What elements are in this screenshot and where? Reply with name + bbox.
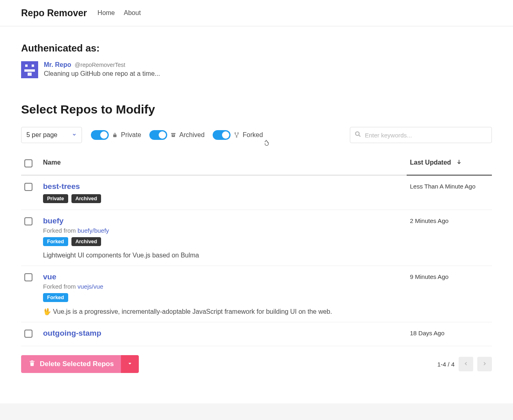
filter-label: Private: [121, 131, 141, 139]
forked-from: Forked from vuejs/vue: [43, 283, 403, 290]
col-name[interactable]: Name: [40, 152, 407, 175]
filter-forked[interactable]: Forked: [213, 130, 263, 140]
repo-tag: Forked: [43, 237, 68, 246]
trash-icon: [28, 360, 36, 369]
perpage-label: 5 per page: [26, 131, 58, 139]
table-row: vueForked from vuejs/vueForked🖖 Vue.js i…: [21, 266, 492, 322]
select-all-checkbox[interactable]: [24, 159, 32, 167]
filters: Private Archived Forked: [91, 130, 271, 140]
repo-link[interactable]: buefy: [43, 216, 64, 225]
delete-button[interactable]: Delete Selected Repos: [21, 355, 121, 373]
caret-down-icon: [127, 361, 132, 367]
repo-tag: Archived: [71, 237, 101, 246]
repo-link[interactable]: vue: [43, 272, 56, 281]
page-next-button[interactable]: [477, 357, 492, 371]
footer-row: Delete Selected Repos 1-4 / 4: [21, 355, 492, 373]
page-info: 1-4 / 4: [437, 361, 455, 368]
repo-link[interactable]: outgoing-stamp: [43, 329, 101, 337]
controls-row: 5 per page Private Archived: [21, 127, 492, 143]
row-checkbox[interactable]: [24, 183, 32, 191]
filter-label: Forked: [243, 131, 263, 139]
svg-line-4: [359, 135, 360, 137]
avatar[interactable]: [21, 61, 38, 78]
fork-source-link[interactable]: buefy/buefy: [78, 227, 109, 234]
fork-source-link[interactable]: vuejs/vue: [78, 283, 103, 290]
search-icon: [354, 131, 362, 139]
table-row: outgoing-stamp18 Days Ago: [21, 322, 492, 346]
nav-home[interactable]: Home: [97, 9, 115, 17]
nav-about[interactable]: About: [124, 9, 141, 17]
delete-label: Delete Selected Repos: [40, 360, 114, 368]
user-bio: Cleaning up GitHub one repo at a time...: [44, 70, 160, 77]
repo-tag: Archived: [71, 194, 101, 203]
table-row: best-treesPrivateArchivedLess Than A Min…: [21, 175, 492, 210]
svg-point-0: [235, 133, 235, 133]
section-title: Select Repos to Modify: [21, 103, 492, 116]
page: Authenicated as: Mr. Repo @repoRemoverTe…: [0, 26, 513, 403]
toggle-forked[interactable]: [213, 130, 231, 140]
pagination: 1-4 / 4: [437, 357, 492, 371]
page-prev-button[interactable]: [459, 357, 473, 371]
updated-cell: Less Than A Minute Ago: [407, 175, 492, 210]
row-checkbox[interactable]: [24, 330, 32, 338]
repos-table: Name Last Updated best-treesPrivateArchi…: [21, 152, 492, 346]
repo-tag: Private: [43, 194, 68, 203]
delete-caret-button[interactable]: [121, 355, 139, 373]
search-box[interactable]: [350, 127, 492, 143]
updated-cell: 18 Days Ago: [407, 322, 492, 346]
repo-description: 🖖 Vue.js is a progressive, incrementally…: [43, 308, 403, 315]
lock-icon: [112, 132, 118, 138]
toggle-archived[interactable]: [149, 130, 167, 140]
sort-desc-icon: [456, 159, 462, 166]
svg-point-3: [356, 132, 359, 135]
auth-heading: Authenicated as:: [21, 43, 492, 54]
user-display-name[interactable]: Mr. Repo: [44, 61, 71, 68]
repo-tag: Forked: [43, 293, 68, 302]
col-updated[interactable]: Last Updated: [407, 152, 492, 175]
topbar: Repo Remover Home About: [0, 0, 513, 26]
user-handle: @repoRemoverTest: [75, 62, 125, 68]
chevron-down-icon: [72, 131, 77, 139]
table-row: buefyForked from buefy/buefyForkedArchiv…: [21, 210, 492, 266]
chevron-left-icon: [463, 361, 469, 368]
search-input[interactable]: [365, 132, 487, 139]
row-checkbox[interactable]: [24, 273, 32, 281]
brand: Repo Remover: [21, 8, 87, 19]
svg-point-1: [237, 133, 238, 133]
user-row: Mr. Repo @repoRemoverTest Cleaning up Gi…: [21, 61, 492, 78]
filter-label: Archived: [179, 131, 205, 139]
updated-cell: 9 Minutes Ago: [407, 266, 492, 322]
row-checkbox[interactable]: [24, 217, 32, 225]
chevron-right-icon: [482, 361, 487, 368]
perpage-select[interactable]: 5 per page: [21, 127, 82, 143]
repo-description: Lightweight UI components for Vue.js bas…: [43, 252, 403, 259]
updated-cell: 2 Minutes Ago: [407, 210, 492, 266]
delete-button-group: Delete Selected Repos: [21, 355, 139, 373]
filter-archived[interactable]: Archived: [149, 130, 205, 140]
svg-point-2: [236, 137, 237, 137]
toggle-private[interactable]: [91, 130, 109, 140]
archive-icon: [170, 132, 176, 138]
forked-from: Forked from buefy/buefy: [43, 227, 403, 234]
filter-private[interactable]: Private: [91, 130, 141, 140]
fork-icon: [234, 132, 239, 138]
repo-link[interactable]: best-trees: [43, 182, 80, 191]
